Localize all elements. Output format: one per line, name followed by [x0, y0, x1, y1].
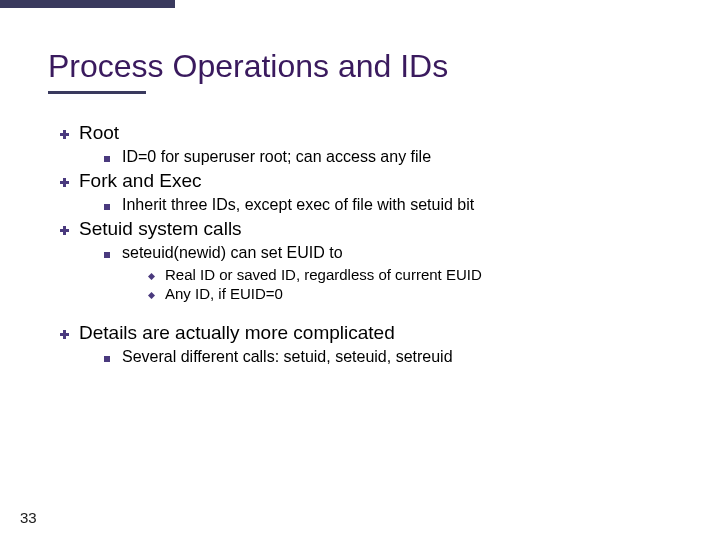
square-bullet-icon	[104, 252, 110, 258]
list-subitem-label: seteuid(newid) can set EUID to	[122, 244, 343, 262]
list-subitem: Several different calls: setuid, seteuid…	[104, 348, 672, 366]
list-item-label: Details are actually more complicated	[79, 322, 395, 344]
decorative-top-bar	[0, 0, 175, 8]
plus-bullet-icon	[60, 178, 69, 187]
list-subsubitem: Real ID or saved ID, regardless of curre…	[148, 266, 672, 283]
diamond-bullet-icon	[148, 292, 155, 299]
list-subitem-label: Inherit three IDs, except exec of file w…	[122, 196, 474, 214]
list-subitem: seteuid(newid) can set EUID to	[104, 244, 672, 262]
list-subitem-label: Several different calls: setuid, seteuid…	[122, 348, 453, 366]
title-underline	[48, 91, 146, 94]
svg-rect-0	[148, 273, 155, 280]
plus-bullet-icon	[60, 226, 69, 235]
list-subitem: ID=0 for superuser root; can access any …	[104, 148, 672, 166]
list-item-label: Setuid system calls	[79, 218, 242, 240]
list-subitem-label: ID=0 for superuser root; can access any …	[122, 148, 431, 166]
square-bullet-icon	[104, 356, 110, 362]
diamond-bullet-icon	[148, 273, 155, 280]
square-bullet-icon	[104, 204, 110, 210]
bullet-list: Root ID=0 for superuser root; can access…	[48, 122, 672, 366]
slide-title: Process Operations and IDs	[48, 48, 672, 85]
slide-content: Process Operations and IDs Root ID=0 for…	[0, 0, 720, 366]
list-item-label: Fork and Exec	[79, 170, 202, 192]
plus-bullet-icon	[60, 130, 69, 139]
svg-rect-1	[148, 292, 155, 299]
list-item: Details are actually more complicated	[60, 322, 672, 344]
list-item: Setuid system calls	[60, 218, 672, 240]
list-item-label: Root	[79, 122, 119, 144]
list-subsubitem-label: Real ID or saved ID, regardless of curre…	[165, 266, 482, 283]
square-bullet-icon	[104, 156, 110, 162]
list-subsubitem: Any ID, if EUID=0	[148, 285, 672, 302]
list-item: Root	[60, 122, 672, 144]
list-subitem: Inherit three IDs, except exec of file w…	[104, 196, 672, 214]
list-item: Fork and Exec	[60, 170, 672, 192]
page-number: 33	[20, 509, 37, 526]
list-subsubitem-label: Any ID, if EUID=0	[165, 285, 283, 302]
plus-bullet-icon	[60, 330, 69, 339]
